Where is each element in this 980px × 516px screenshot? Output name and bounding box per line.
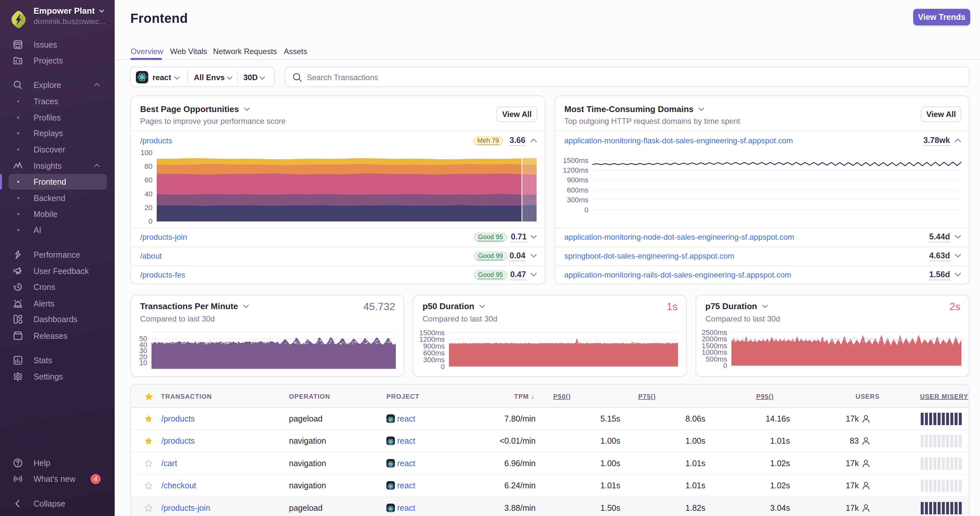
svg-text:10: 10 [140, 359, 147, 367]
svg-text:20: 20 [145, 203, 153, 212]
svg-text:0: 0 [584, 206, 589, 214]
svg-text:100: 100 [140, 149, 153, 157]
svg-text:1500ms: 1500ms [563, 156, 589, 165]
svg-text:300ms: 300ms [567, 196, 589, 204]
svg-text:900ms: 900ms [567, 176, 589, 184]
svg-text:600ms: 600ms [567, 186, 589, 194]
svg-text:1200ms: 1200ms [563, 166, 589, 174]
svg-text:60: 60 [145, 176, 153, 184]
svg-text:0: 0 [441, 362, 445, 371]
svg-text:80: 80 [145, 162, 153, 170]
svg-text:0: 0 [149, 217, 153, 225]
svg-text:0: 0 [723, 362, 727, 370]
svg-text:40: 40 [145, 190, 153, 198]
